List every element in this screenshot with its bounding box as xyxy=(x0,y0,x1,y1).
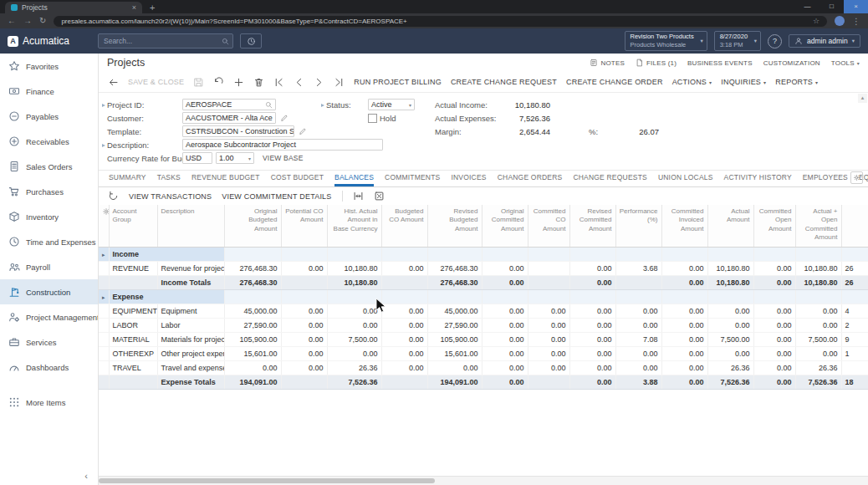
sidebar-item-sales-orders[interactable]: Sales Orders xyxy=(0,154,98,179)
lookup-icon[interactable] xyxy=(274,115,276,122)
tab-change-orders[interactable]: CHANGE ORDERS xyxy=(498,173,563,186)
column-header[interactable]: Potential CO Amount xyxy=(281,205,327,248)
tab-activity-history[interactable]: ACTIVITY HISTORY xyxy=(724,173,792,186)
reports-menu[interactable]: REPORTS▾ xyxy=(775,78,818,86)
expand-icon[interactable]: ▸ xyxy=(102,294,105,300)
help-button[interactable]: ? xyxy=(768,34,782,48)
add-record-icon[interactable] xyxy=(233,77,244,88)
total-row-income-totals[interactable]: Income Totals276,468.3010,180.80276,468.… xyxy=(99,276,868,290)
project-id-field[interactable]: AEROSPACE xyxy=(182,99,276,110)
save-icon[interactable] xyxy=(193,77,204,88)
first-record-icon[interactable] xyxy=(273,77,284,88)
table-row-labor[interactable]: LABORLabor27,590.000.000.000.0027,590.00… xyxy=(99,319,868,333)
bookmark-star-icon[interactable]: ☆ xyxy=(813,17,819,25)
sidebar-item-receivables[interactable]: Receivables xyxy=(0,129,98,154)
actions-menu[interactable]: ACTIONS▾ xyxy=(672,78,712,86)
table-row-travel[interactable]: TRAVELTravel and expenses0.000.0026.360.… xyxy=(99,361,868,375)
tab-summary[interactable]: SUMMARY xyxy=(109,173,146,186)
window-minimize-button[interactable]: — xyxy=(795,0,819,13)
tab-balances[interactable]: BALANCES xyxy=(334,173,374,186)
column-header[interactable]: Account Group xyxy=(109,205,157,248)
expand-icon[interactable]: ▸ xyxy=(102,252,105,258)
column-header[interactable]: Revised Committed Amount xyxy=(569,205,615,248)
browser-forward-icon[interactable]: → xyxy=(23,17,32,25)
global-search[interactable] xyxy=(98,33,233,48)
edit-template-icon[interactable] xyxy=(299,127,307,135)
group-row-expense[interactable]: ▸Expense xyxy=(99,290,868,304)
customer-field[interactable]: AACUSTOMER - Alta Ace xyxy=(182,112,276,124)
sidebar-item-payables[interactable]: Payables xyxy=(0,104,98,129)
sidebar-item-services[interactable]: Services xyxy=(0,329,98,355)
create-change-request-button[interactable]: CREATE CHANGE REQUEST xyxy=(451,78,557,86)
refresh-icon[interactable] xyxy=(108,191,119,202)
lookup-icon[interactable] xyxy=(265,101,273,109)
previous-record-icon[interactable] xyxy=(294,77,304,88)
form-scroll-up-icon[interactable]: ▲ xyxy=(858,94,867,103)
export-excel-icon[interactable] xyxy=(374,191,385,202)
delete-record-icon[interactable] xyxy=(253,77,264,88)
notes-button[interactable]: NOTES xyxy=(590,59,625,67)
customization-button[interactable]: CUSTOMIZATION xyxy=(763,59,820,67)
scrollbar-thumb[interactable] xyxy=(99,478,435,483)
tools-menu[interactable]: TOOLS ▾ xyxy=(831,59,860,67)
template-field[interactable]: CSTRSUBCON - Construction Subcontra xyxy=(182,125,294,137)
sidebar-item-favorites[interactable]: Favorites xyxy=(0,54,98,79)
rate-field[interactable]: 1.00 ▾ xyxy=(216,152,254,164)
column-header[interactable]: Committed Open Amount xyxy=(753,205,795,248)
window-close-button[interactable]: × xyxy=(844,0,868,13)
business-date-selector[interactable]: 8/27/2020 3:18 PM ▾ xyxy=(714,31,761,51)
sidebar-item-project-management[interactable]: Project Management xyxy=(0,304,98,329)
tab-change-requests[interactable]: CHANGE REQUESTS xyxy=(573,173,647,186)
company-branch-selector[interactable]: Revision Two Products Products Wholesale… xyxy=(625,31,707,51)
view-transactions-button[interactable]: VIEW TRANSACTIONS xyxy=(129,192,212,201)
horizontal-scrollbar[interactable] xyxy=(99,476,868,485)
business-events-button[interactable]: BUSINESS EVENTS xyxy=(687,59,753,67)
column-header[interactable]: Performance (%) xyxy=(615,205,661,248)
browser-back-icon[interactable]: ← xyxy=(8,17,16,25)
create-change-order-button[interactable]: CREATE CHANGE ORDER xyxy=(566,78,663,86)
next-record-icon[interactable] xyxy=(314,77,324,88)
sidebar-item-more-items[interactable]: More Items xyxy=(0,390,98,415)
sidebar-item-time-and-expenses[interactable]: Time and Expenses xyxy=(0,229,98,254)
window-maximize-button[interactable]: □ xyxy=(819,0,844,13)
browser-tab[interactable]: Projects × xyxy=(5,2,142,13)
inquiries-menu[interactable]: INQUIRIES▾ xyxy=(721,78,766,86)
tab-revenue-budget[interactable]: REVENUE BUDGET xyxy=(191,173,260,186)
table-row-otherexp[interactable]: OTHEREXPOther project expenses15,601.000… xyxy=(99,347,868,361)
table-row-equipment[interactable]: EQUIPMENTEquipment45,000.000.000.000.004… xyxy=(99,304,868,319)
description-field[interactable]: Aerospace Subcontractor Project xyxy=(182,139,383,151)
tab-tasks[interactable]: TASKS xyxy=(157,173,181,186)
run-project-billing-button[interactable]: RUN PROJECT BILLING xyxy=(354,78,442,86)
edit-customer-icon[interactable] xyxy=(280,114,288,122)
acumatica-logo[interactable]: A Acumatica xyxy=(8,35,91,47)
total-row-expense-totals[interactable]: Expense Totals194,091.007,526.36194,091.… xyxy=(99,375,868,390)
sidebar-item-purchases[interactable]: Purchases xyxy=(0,179,98,204)
undo-icon[interactable] xyxy=(213,77,224,88)
last-record-icon[interactable] xyxy=(334,77,345,88)
hold-checkbox[interactable] xyxy=(368,114,377,123)
group-row-income[interactable]: ▸Income xyxy=(99,248,868,262)
fit-width-icon[interactable] xyxy=(353,191,364,202)
user-menu[interactable]: admin admin ▾ xyxy=(789,34,860,48)
column-header[interactable]: Original Committed Amount xyxy=(482,205,528,248)
new-tab-button[interactable]: + xyxy=(150,3,155,13)
column-header[interactable]: Hist. Actual Amount in Base Currency xyxy=(327,205,381,248)
search-input[interactable] xyxy=(102,36,219,46)
table-row-revenue[interactable]: REVENUERevenue for projects276,468.300.0… xyxy=(99,262,868,276)
column-header[interactable]: Original Budgeted Amount xyxy=(224,205,281,248)
currency-field[interactable]: USD xyxy=(182,152,212,164)
column-header[interactable]: Committed CO Amount xyxy=(528,205,569,248)
column-header[interactable]: Actual + Open Committed Amount xyxy=(795,205,841,248)
save-close-button[interactable]: SAVE & CLOSE xyxy=(128,78,184,86)
column-header[interactable]: Actual Amount xyxy=(707,205,753,248)
recently-viewed-button[interactable] xyxy=(240,33,262,48)
tab-employees[interactable]: EMPLOYEES xyxy=(803,173,848,186)
browser-reload-icon[interactable]: ↻ xyxy=(39,17,46,25)
url-bar[interactable]: presales.acumatica.com/launch20r2/(W(10)… xyxy=(54,16,827,27)
tab-invoices[interactable]: INVOICES xyxy=(451,173,486,186)
sidebar-item-construction[interactable]: Construction xyxy=(0,279,98,304)
sidebar-collapse-button[interactable]: ‹ xyxy=(0,468,98,485)
column-header[interactable]: Revised Budgeted Amount xyxy=(427,205,482,248)
column-header[interactable]: Description xyxy=(157,205,224,248)
browser-menu-icon[interactable]: ⋮ xyxy=(852,17,860,26)
